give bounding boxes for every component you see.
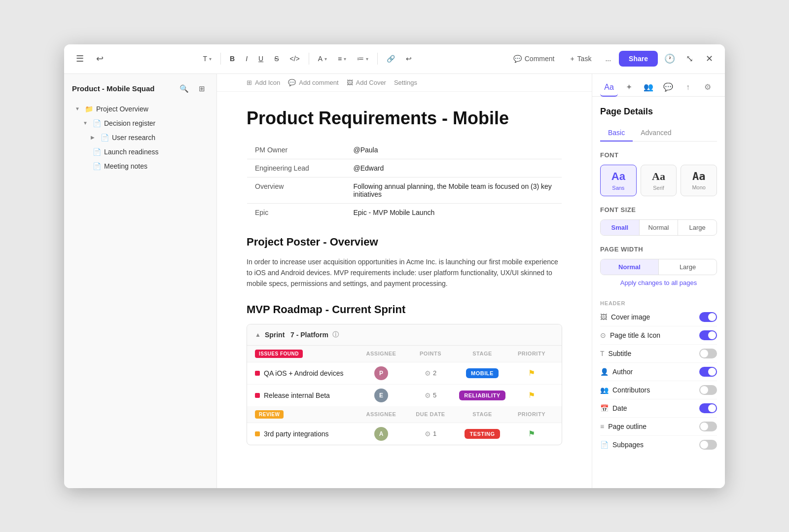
size-normal[interactable]: Normal xyxy=(640,220,679,235)
flag-icon: ⚑ xyxy=(528,429,535,438)
add-icon-button[interactable]: ⊞ Add Icon xyxy=(247,79,280,86)
toggle-date: 📅 Date xyxy=(600,399,717,418)
sprint-header: ▲ Sprint 7 - Platform ⓘ xyxy=(247,324,562,346)
chevron-down-icon: ▼ xyxy=(75,106,82,111)
toolbar-left: ☰ ↩ xyxy=(72,51,108,67)
text-label: T xyxy=(203,55,207,63)
divider2 xyxy=(309,53,309,65)
sprint-toggle[interactable]: ▲ xyxy=(255,331,261,338)
add-comment-button[interactable]: 💬 Add comment xyxy=(288,79,338,86)
font-color-btn[interactable]: A ▾ xyxy=(314,52,331,66)
page-content: Product Requirements - Mobile PM Owner @… xyxy=(217,92,592,488)
date-toggle[interactable] xyxy=(699,403,717,413)
menu-icon[interactable]: ☰ xyxy=(72,51,88,67)
folder-icon: 📁 xyxy=(85,105,93,113)
panel-content: Page Details Basic Advanced Font Aa Sans xyxy=(592,97,725,488)
page-outline-toggle[interactable] xyxy=(699,422,717,431)
subpages-icon: 📄 xyxy=(600,441,609,449)
task-button[interactable]: + Task xyxy=(564,52,597,66)
outline-icon: ≡ xyxy=(600,423,604,430)
table-cell-value: Epic - MVP Mobile Launch xyxy=(346,203,562,221)
align-btn[interactable]: ≡ ▾ xyxy=(334,52,350,66)
sidebar-nav: ▼ 📁 Project Overview ▼ 📄 Decision regist… xyxy=(64,100,216,176)
font-option-label: Serif xyxy=(653,185,664,191)
section1-text: In order to increase user acquisition op… xyxy=(247,256,562,289)
table-cell-label: Overview xyxy=(247,177,346,203)
sidebar-item-project-overview[interactable]: ▼ 📁 Project Overview xyxy=(67,102,214,116)
subpages-toggle[interactable] xyxy=(699,440,717,450)
tab-comment-icon[interactable]: 💬 xyxy=(659,79,677,97)
tab-advanced[interactable]: Advanced xyxy=(633,125,679,142)
date-icon: 📅 xyxy=(600,404,609,412)
italic-btn[interactable]: I xyxy=(242,52,251,66)
subtitle-toggle[interactable] xyxy=(699,349,717,358)
back-icon[interactable]: ↩ xyxy=(92,51,108,67)
table-cell-label: PM Owner xyxy=(247,141,346,159)
sprint-group-header: REVIEW ASSIGNEE DUE DATE STAGE PRIORITY xyxy=(247,406,562,423)
apply-link[interactable]: Apply changes to all pages xyxy=(600,279,717,286)
header-setting: HEADER 🖼 Cover image ⊙ Page title & Icon xyxy=(600,296,717,454)
page-title: Product Requirements - Mobile xyxy=(247,107,562,129)
underline-btn[interactable]: U xyxy=(254,52,267,66)
toggle-subtitle: T Subtitle xyxy=(600,345,717,363)
code-btn[interactable]: </> xyxy=(286,52,304,66)
font-letter: Aa xyxy=(692,170,706,182)
points-icon: ⚙ xyxy=(425,430,431,438)
tab-export-icon[interactable]: ↑ xyxy=(679,79,697,97)
search-icon[interactable]: 🔍 xyxy=(177,82,191,96)
stage-badge: MOBILE xyxy=(466,368,499,378)
doc-icon: 📄 xyxy=(93,119,101,127)
size-small[interactable]: Small xyxy=(601,220,640,235)
font-mono-option[interactable]: Aa Mono xyxy=(681,165,717,196)
stage-cell: MOBILE xyxy=(455,368,509,378)
cover-image-toggle[interactable] xyxy=(699,312,717,322)
tab-settings-icon[interactable]: ⚙ xyxy=(699,79,717,97)
assignee-cell: E xyxy=(357,389,406,402)
settings-link[interactable]: Settings xyxy=(394,79,417,86)
flag-icon: ⚑ xyxy=(528,368,535,378)
toggle-subpages: 📄 Subpages xyxy=(600,436,717,454)
expand-icon[interactable]: ⤡ xyxy=(681,51,697,67)
author-icon: 👤 xyxy=(600,368,609,376)
tab-magic-icon[interactable]: ✦ xyxy=(620,79,638,97)
bold-btn[interactable]: B xyxy=(226,52,239,66)
text-style-btn[interactable]: T ▾ xyxy=(199,52,215,66)
author-toggle[interactable] xyxy=(699,367,717,377)
width-normal[interactable]: Normal xyxy=(601,259,659,275)
layout-icon[interactable]: ⊞ xyxy=(195,82,209,96)
sidebar-item-launch-readiness[interactable]: 📄 Launch readiness xyxy=(67,145,214,159)
share-button[interactable]: Share xyxy=(619,51,658,67)
chevron-right-icon: ▶ xyxy=(91,135,98,140)
task-dot xyxy=(255,393,260,398)
tab-users-icon[interactable]: 👥 xyxy=(640,79,657,97)
toggle-label: Date xyxy=(612,404,627,412)
list-btn[interactable]: ≔ ▾ xyxy=(353,52,372,66)
toggle-page-outline: ≡ Page outline xyxy=(600,418,717,436)
strikethrough-btn[interactable]: S xyxy=(270,52,283,66)
divider1 xyxy=(220,53,221,65)
add-cover-button[interactable]: 🖼 Add Cover xyxy=(347,79,386,86)
loop-btn[interactable]: ↩ xyxy=(402,52,416,66)
width-large[interactable]: Large xyxy=(659,259,717,275)
link-btn[interactable]: 🔗 xyxy=(383,52,399,66)
page-toolbar: ⊞ Add Icon 💬 Add comment 🖼 Add Cover Set… xyxy=(217,74,592,92)
comment-button[interactable]: 💬 Comment xyxy=(507,52,561,66)
col-assignee: ASSIGNEE xyxy=(357,411,406,417)
font-sans-option[interactable]: Aa Sans xyxy=(600,165,637,196)
comment-icon: 💬 xyxy=(513,55,522,63)
task-name: Release internal Beta xyxy=(264,391,330,399)
font-serif-option[interactable]: Aa Serif xyxy=(641,165,677,196)
sidebar-item-meeting-notes[interactable]: 📄 Meeting notes xyxy=(67,159,214,173)
table-cell-value: @Edward xyxy=(346,159,562,177)
page-title-toggle[interactable] xyxy=(699,330,717,340)
sidebar-item-user-research[interactable]: ▶ 📄 User research xyxy=(67,131,214,144)
size-large[interactable]: Large xyxy=(678,220,717,235)
more-btn[interactable]: ... xyxy=(601,52,615,66)
sidebar-item-decision-register[interactable]: ▼ 📄 Decision register xyxy=(67,116,214,130)
close-icon[interactable]: ✕ xyxy=(701,51,717,67)
tab-basic[interactable]: Basic xyxy=(600,125,633,142)
tab-format-icon[interactable]: Aa xyxy=(600,79,618,97)
contributors-toggle[interactable] xyxy=(699,385,717,395)
section1-heading: Project Poster - Overview xyxy=(247,236,562,248)
history-icon[interactable]: 🕐 xyxy=(662,51,678,67)
